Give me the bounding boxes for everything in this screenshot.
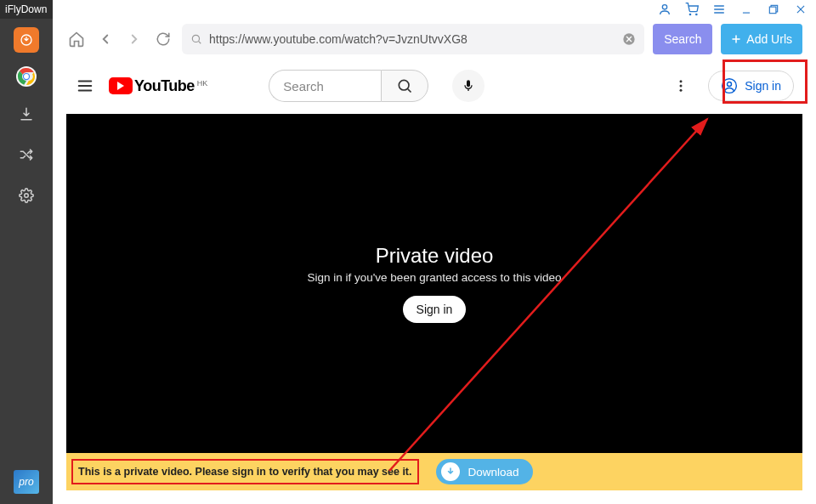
back-icon[interactable]	[95, 29, 116, 49]
svg-point-7	[696, 14, 697, 14]
svg-point-6	[689, 14, 690, 14]
pro-badge[interactable]: pro	[14, 470, 39, 494]
youtube-search-button[interactable]	[381, 70, 428, 102]
app-main-icon[interactable]	[14, 27, 39, 53]
video-area: Private video Sign in if you've been gra…	[66, 114, 802, 490]
download-label: Download	[468, 466, 519, 479]
app-title: iFlyDown	[0, 0, 53, 19]
svg-point-28	[680, 89, 683, 92]
window-controls	[53, 0, 816, 19]
download-button[interactable]: Download	[436, 459, 533, 484]
video-player: Private video Sign in if you've been gra…	[66, 114, 802, 453]
youtube-signin-button[interactable]: Sign in	[708, 71, 794, 101]
content: YouTube HK Search Sign in	[53, 63, 816, 504]
voice-search-button[interactable]	[452, 70, 484, 102]
maximize-icon[interactable]	[767, 3, 780, 16]
video-subtitle: Sign in if you've been granted access to…	[307, 271, 561, 284]
home-icon[interactable]	[66, 29, 87, 49]
video-signin-button[interactable]: Sign in	[403, 296, 467, 323]
search-button[interactable]: Search	[653, 24, 712, 54]
youtube-signin-label: Sign in	[745, 79, 781, 93]
shuffle-icon[interactable]	[13, 141, 40, 168]
user-icon	[721, 77, 738, 94]
search-icon	[190, 33, 202, 45]
browser-bar: https://www.youtube.com/watch?v=JvznUtvv…	[53, 19, 816, 63]
status-bar: This is a private video. Please sign in …	[66, 453, 802, 490]
add-urls-label: Add Urls	[746, 32, 792, 46]
youtube-play-icon	[109, 77, 133, 94]
chrome-icon[interactable]	[16, 66, 37, 87]
menu-icon[interactable]	[712, 3, 726, 16]
svg-point-24	[399, 80, 409, 90]
download-icon	[441, 462, 460, 481]
cart-icon[interactable]	[685, 3, 699, 16]
more-options-icon[interactable]	[671, 76, 691, 96]
svg-point-26	[680, 80, 683, 82]
download-icon[interactable]	[13, 100, 40, 127]
video-title: Private video	[376, 244, 494, 268]
forward-icon[interactable]	[124, 29, 144, 49]
clear-url-icon[interactable]	[622, 32, 636, 46]
svg-line-17	[199, 42, 201, 44]
plus-icon	[731, 34, 741, 44]
youtube-search-input[interactable]: Search	[269, 70, 380, 102]
svg-point-27	[680, 85, 683, 88]
svg-point-30	[728, 82, 732, 86]
youtube-region: HK	[197, 79, 208, 88]
svg-point-5	[662, 5, 666, 9]
svg-line-25	[408, 89, 411, 93]
status-message: This is a private video. Please sign in …	[71, 459, 419, 484]
account-icon[interactable]	[658, 3, 672, 16]
minimize-icon[interactable]	[740, 3, 753, 16]
svg-point-4	[25, 194, 29, 198]
youtube-search: Search	[269, 70, 428, 102]
search-icon	[396, 77, 413, 94]
svg-point-3	[24, 74, 29, 79]
youtube-header: YouTube HK Search Sign in	[66, 63, 802, 109]
svg-point-16	[192, 35, 199, 42]
close-icon[interactable]	[794, 3, 808, 16]
youtube-brand-text: YouTube	[134, 77, 195, 95]
svg-rect-13	[769, 7, 776, 14]
add-urls-button[interactable]: Add Urls	[721, 24, 802, 54]
reload-icon[interactable]	[153, 29, 173, 49]
hamburger-icon[interactable]	[75, 76, 95, 96]
url-input[interactable]: https://www.youtube.com/watch?v=JvznUtvv…	[182, 24, 644, 54]
settings-icon[interactable]	[13, 182, 40, 209]
app-sidebar: iFlyDown pro	[0, 0, 53, 504]
youtube-logo[interactable]: YouTube HK	[109, 77, 207, 95]
url-text: https://www.youtube.com/watch?v=JvznUtvv…	[209, 32, 615, 46]
